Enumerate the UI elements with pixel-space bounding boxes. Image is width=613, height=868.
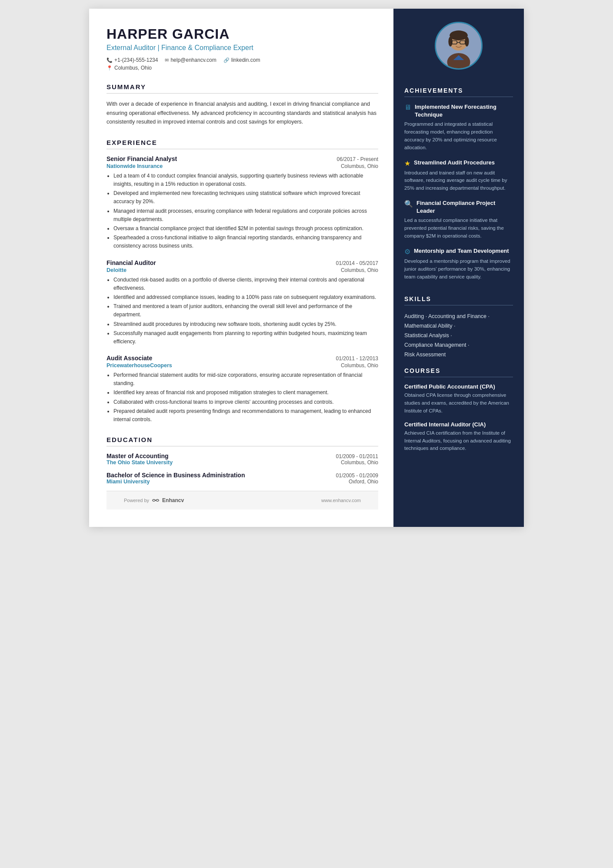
job-1: Senior Financial Analyst 06/2017 - Prese…: [107, 155, 378, 251]
edu-1: Master of Accounting 01/2009 - 01/2011 T…: [107, 452, 378, 466]
contact-row: 📞 +1-(234)-555-1234 ✉ help@enhancv.com 🔗…: [107, 57, 378, 63]
job-3-title: Audit Associate: [107, 355, 152, 362]
job-2-bullets: Conducted risk-based audits on a portfol…: [107, 276, 378, 346]
list-item: Successfully managed audit engagements f…: [113, 329, 378, 346]
job-2-location: Columbus, Ohio: [341, 267, 378, 273]
job-1-location: Columbus, Ohio: [341, 163, 378, 169]
avatar: [436, 22, 481, 70]
course-2-title: Certified Internal Auditor (CIA): [404, 421, 513, 428]
candidate-title: External Auditor | Finance & Compliance …: [107, 44, 378, 52]
achievement-3-title: Financial Compliance Project Leader: [416, 199, 513, 215]
achievement-2-icon: ★: [404, 159, 410, 168]
skill-4: Compliance Management ·: [404, 340, 513, 350]
job-3-bullets: Performed financial statement audits for…: [107, 371, 378, 424]
skill-1: Auditing · Accounting and Finance ·: [404, 312, 513, 321]
course-1-desc: Obtained CPA license through comprehensi…: [404, 392, 513, 415]
experience-section: EXPERIENCE Senior Financial Analyst 06/2…: [107, 139, 378, 424]
course-2: Certified Internal Auditor (CIA) Achieve…: [404, 421, 513, 452]
list-item: Spearheaded a cross-functional initiativ…: [113, 234, 378, 250]
achievement-2-desc: Introduced and trained staff on new audi…: [404, 169, 513, 192]
job-2-company: Deloitte: [107, 267, 127, 273]
linkedin-contact: 🔗 linkedin.com: [223, 57, 260, 63]
list-item: Oversaw a financial compliance project t…: [113, 225, 378, 233]
list-item: Identified and addressed compliance issu…: [113, 293, 378, 302]
header-section: HARPER GARCIA External Auditor | Finance…: [107, 26, 378, 71]
list-item: Conducted risk-based audits on a portfol…: [113, 276, 378, 292]
achievements-section: ACHIEVEMENTS 🖥 Implemented New Forecasti…: [393, 87, 524, 288]
courses-label: COURSES: [404, 367, 513, 377]
achievement-3-desc: Led a successful compliance initiative t…: [404, 217, 513, 240]
achievement-4: ⚙ Mentorship and Team Development Develo…: [404, 247, 513, 281]
skills-section: SKILLS Auditing · Accounting and Finance…: [393, 295, 524, 359]
edu-2-school: Miami University: [107, 479, 150, 485]
edu-1-header: Master of Accounting 01/2009 - 01/2011: [107, 452, 378, 459]
location-text: Columbus, Ohio: [114, 65, 152, 71]
skill-2: Mathematical Ability ·: [404, 321, 513, 331]
job-3-location: Columbus, Ohio: [341, 362, 378, 369]
job-1-subheader: Nationwide Insurance Columbus, Ohio: [107, 163, 378, 169]
education-label: EDUCATION: [107, 436, 378, 446]
achievement-2-title: Streamlined Audit Procedures: [414, 159, 495, 167]
achievement-3-header: 🔍 Financial Compliance Project Leader: [404, 199, 513, 215]
job-3-company: PricewaterhouseCoopers: [107, 362, 172, 369]
list-item: Streamlined audit procedures by introduc…: [113, 320, 378, 328]
footer-brand: Powered by Enhancv: [124, 497, 184, 503]
achievement-4-desc: Developed a mentorship program that impr…: [404, 258, 513, 281]
edu-1-degree: Master of Accounting: [107, 452, 169, 459]
job-3-header: Audit Associate 01/2011 - 12/2013: [107, 355, 378, 362]
job-2-subheader: Deloitte Columbus, Ohio: [107, 267, 378, 273]
edu-2-degree: Bachelor of Science in Business Administ…: [107, 472, 245, 479]
list-item: Trained and mentored a team of junior au…: [113, 302, 378, 319]
skill-5: Risk Assessment: [404, 350, 513, 359]
achievement-4-header: ⚙ Mentorship and Team Development: [404, 247, 513, 256]
education-section: EDUCATION Master of Accounting 01/2009 -…: [107, 436, 378, 485]
job-1-company: Nationwide Insurance: [107, 163, 163, 169]
edu-1-dates: 01/2009 - 01/2011: [336, 453, 378, 459]
job-2: Financial Auditor 01/2014 - 05/2017 Delo…: [107, 259, 378, 346]
achievement-3-icon: 🔍: [404, 200, 413, 208]
candidate-name: HARPER GARCIA: [107, 26, 378, 42]
location-row: 📍 Columbus, Ohio: [107, 65, 378, 71]
linkedin-icon: 🔗: [223, 57, 230, 63]
job-2-title: Financial Auditor: [107, 259, 156, 266]
job-1-title: Senior Financial Analyst: [107, 155, 177, 162]
job-1-header: Senior Financial Analyst 06/2017 - Prese…: [107, 155, 378, 162]
list-item: Managed internal audit processes, ensuri…: [113, 207, 378, 224]
job-2-dates: 01/2014 - 05/2017: [336, 260, 378, 266]
job-3: Audit Associate 01/2011 - 12/2013 Pricew…: [107, 355, 378, 424]
achievement-1: 🖥 Implemented New Forecasting Technique …: [404, 103, 513, 152]
achievement-1-desc: Programmed and integrated a statistical …: [404, 121, 513, 151]
enhancv-logo-icon: [152, 498, 160, 503]
course-1: Certified Public Accountant (CPA) Obtain…: [404, 383, 513, 415]
achievement-4-icon: ⚙: [404, 248, 410, 256]
svg-point-3: [450, 30, 468, 40]
list-item: Collaborated with cross-functional teams…: [113, 398, 378, 406]
course-2-desc: Achieved CIA certification from the Inst…: [404, 429, 513, 452]
achievement-1-icon: 🖥: [404, 104, 411, 111]
edu-1-location: Columbus, Ohio: [341, 459, 378, 466]
powered-by-text: Powered by: [124, 498, 149, 503]
skill-3: Statistical Analysis ·: [404, 331, 513, 340]
course-1-title: Certified Public Accountant (CPA): [404, 383, 513, 390]
list-item: Identified key areas of financial risk a…: [113, 389, 378, 397]
location-icon: 📍: [107, 65, 113, 71]
photo-area: [393, 9, 524, 78]
summary-section: SUMMARY With over a decade of experience…: [107, 83, 378, 127]
job-3-subheader: PricewaterhouseCoopers Columbus, Ohio: [107, 362, 378, 369]
edu-2-dates: 01/2005 - 01/2009: [336, 473, 378, 479]
edu-2-location: Oxford, Ohio: [349, 479, 378, 485]
phone-number: +1-(234)-555-1234: [114, 57, 158, 63]
summary-text: With over a decade of experience in fina…: [107, 100, 378, 127]
job-2-header: Financial Auditor 01/2014 - 05/2017: [107, 259, 378, 266]
job-1-bullets: Led a team of 4 to conduct complex finan…: [107, 172, 378, 251]
job-1-dates: 06/2017 - Present: [337, 156, 378, 162]
phone-icon: 📞: [107, 57, 113, 63]
list-item: Led a team of 4 to conduct complex finan…: [113, 172, 378, 188]
job-3-dates: 01/2011 - 12/2013: [336, 355, 378, 362]
brand-name: Enhancv: [162, 497, 184, 503]
right-column: ACHIEVEMENTS 🖥 Implemented New Forecasti…: [393, 9, 524, 527]
summary-label: SUMMARY: [107, 83, 378, 94]
footer: Powered by Enhancv www.enhancv.com: [107, 491, 378, 509]
edu-1-school: The Ohio State University: [107, 459, 173, 466]
experience-label: EXPERIENCE: [107, 139, 378, 149]
